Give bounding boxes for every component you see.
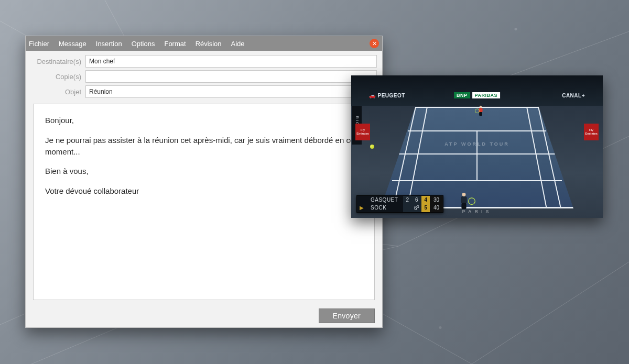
compose-mail-window: Fichier Message Insertion Options Format…: [25, 36, 383, 328]
menu-review[interactable]: Révision: [196, 40, 222, 48]
menu-bar: Fichier Message Insertion Options Format…: [26, 36, 382, 51]
desktop-background: Fichier Message Insertion Options Format…: [0, 0, 629, 364]
send-button[interactable]: Envoyer: [319, 308, 375, 323]
svg-line-4: [472, 262, 629, 364]
body-paragraph: Je ne pourrai pas assister à la réunion …: [45, 135, 363, 158]
sponsor-bnp: BNP PARIBAS: [454, 91, 500, 100]
serving-indicator: ▶: [357, 204, 366, 212]
score-name: SOCK: [366, 204, 403, 212]
body-paragraph: Bien à vous,: [45, 166, 363, 177]
window-close-button[interactable]: ✕: [370, 39, 379, 48]
score-games: 5: [421, 204, 430, 212]
pip-crowd-area: [351, 75, 603, 106]
serving-indicator: [357, 196, 366, 204]
score-set1: [403, 204, 411, 212]
tennis-scoreboard: GASQUET 2 6 4 30 ▶ SOCK 63 5 40: [356, 195, 443, 213]
score-points: 40: [430, 204, 443, 212]
score-name: GASQUET: [366, 196, 403, 204]
subject-label: Objet: [31, 88, 85, 96]
menu-message[interactable]: Message: [59, 40, 86, 48]
mail-header-fields: Destinataire(s) Copie(s) Objet: [26, 51, 382, 104]
cc-input[interactable]: [85, 70, 377, 83]
score-set2: 63: [411, 204, 421, 212]
emirates-banner-right: Fly Emirates: [584, 124, 599, 140]
menu-insert[interactable]: Insertion: [96, 40, 122, 48]
message-body-editor[interactable]: Bonjour, Je ne pourrai pas assister à la…: [33, 104, 375, 300]
to-input[interactable]: [85, 55, 377, 68]
score-games: 4: [421, 196, 430, 204]
score-set1: 2: [403, 196, 411, 204]
player-near: [459, 192, 470, 210]
close-icon: ✕: [372, 41, 377, 47]
sponsor-canal: CANAL+: [562, 91, 585, 100]
tennis-ball-icon: [370, 145, 374, 149]
score-points: 30: [430, 196, 443, 204]
to-label: Destinataire(s): [31, 58, 85, 65]
cc-label: Copie(s): [31, 73, 85, 81]
menu-help[interactable]: Aide: [231, 40, 244, 48]
body-paragraph: Bonjour,: [45, 115, 363, 126]
score-row-p2: ▶ SOCK 63 5 40: [357, 204, 443, 212]
sponsor-peugeot: 🚗 PEUGEOT: [369, 91, 405, 100]
menu-file[interactable]: Fichier: [29, 40, 49, 48]
menu-format[interactable]: Format: [164, 40, 186, 48]
compose-footer: Envoyer: [26, 304, 382, 327]
subject-input[interactable]: [85, 85, 377, 98]
score-row-p1: GASQUET 2 6 4 30: [357, 196, 443, 204]
player-far: [478, 105, 484, 116]
emirates-banner-left: Fly Emirates: [355, 124, 370, 140]
menu-options[interactable]: Options: [132, 40, 155, 48]
body-paragraph: Votre dévoué collaborateur: [45, 185, 363, 197]
pip-video-overlay[interactable]: 🚗 PEUGEOT BNP PARIBAS CANAL+ RICOH Fly E…: [351, 75, 603, 218]
score-set2: 6: [411, 196, 421, 204]
